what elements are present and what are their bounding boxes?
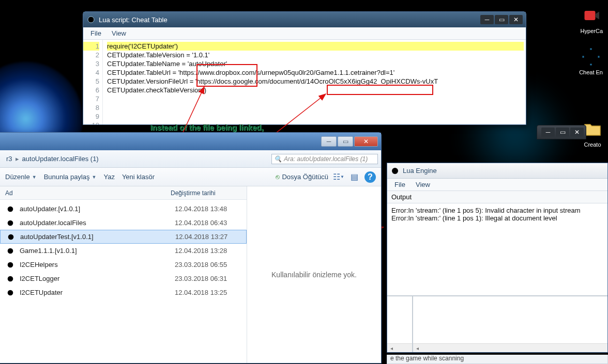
scroll-left-icon[interactable]: ◂ xyxy=(413,344,422,353)
minimize-button[interactable]: ─ xyxy=(321,136,337,147)
menu-view[interactable]: View xyxy=(411,180,435,189)
explorer-window: ─ ▭ ✕ r3 ▸ autoUpdater.localFiles (1) 🔍 … xyxy=(0,132,382,363)
svg-rect-0 xyxy=(585,11,596,20)
code-line[interactable]: CETUpdater.TableUrl = 'https://www.dropb… xyxy=(107,68,524,77)
maximize-button[interactable]: ▭ xyxy=(338,136,353,147)
crumb[interactable]: autoUpdater.localFiles (1) xyxy=(19,153,102,164)
file-row[interactable]: Game1.1.1.[v1.0.1]12.04.2018 13:28 xyxy=(0,244,247,258)
output-body[interactable]: Error:In 'stream:' (line 1 pos 5): Inval… xyxy=(387,203,607,296)
desktop-icon-hypercam[interactable]: HyperCa xyxy=(581,5,603,34)
line-number: 3 xyxy=(83,59,99,68)
cheat-engine-icon xyxy=(581,46,601,67)
menu-file[interactable]: File xyxy=(389,180,411,189)
file-name: I2CETLogger xyxy=(20,275,175,282)
line-number: 4 xyxy=(83,68,99,77)
scrollbar-horizontal[interactable]: ◂ xyxy=(413,343,607,352)
file-row[interactable]: I2CEHelpers23.03.2018 06:55 xyxy=(0,258,247,272)
code-body[interactable]: require('I2CETUpdater')CETUpdater.TableV… xyxy=(103,40,526,124)
window-title: Lua Engine xyxy=(403,167,604,175)
titlebar[interactable]: ─ ▭ ✕ xyxy=(0,133,381,150)
cheat-engine-icon xyxy=(390,166,400,176)
file-name: autoUpdater.[v1.0.1] xyxy=(20,205,175,213)
file-row[interactable]: autoUpdater.[v1.0.1]12.04.2018 13:48 xyxy=(0,202,247,216)
close-button[interactable]: ✕ xyxy=(570,128,584,137)
file-name: I2CETUpdater xyxy=(20,289,175,296)
line-number: 8 xyxy=(83,103,99,112)
preview-pane-icon[interactable]: ▤ xyxy=(349,172,359,182)
file-name: autoUpdater.localFiles xyxy=(20,219,175,227)
code-line[interactable]: CETUpdater.TableName = 'autoUpdater' xyxy=(107,59,524,68)
minimize-button[interactable]: ─ xyxy=(541,128,555,137)
svg-point-11 xyxy=(8,248,13,254)
engine-input-area[interactable]: ◂ xyxy=(413,296,607,352)
file-row[interactable]: autoUpdater.localFiles12.04.2018 06:43 xyxy=(0,216,247,230)
code-editor[interactable]: 12345678910 require('I2CETUpdater')CETUp… xyxy=(83,40,526,124)
scrollbar-horizontal[interactable]: ◂ xyxy=(387,343,412,352)
file-date: 12.04.2018 06:43 xyxy=(175,219,241,227)
column-headers[interactable]: Ad Değiştirme tarihi xyxy=(0,186,247,200)
error-line: Error:In 'stream:' (line 1 pos 1): Illeg… xyxy=(391,214,603,222)
line-number: 9 xyxy=(83,112,99,121)
desktop-icon-label: Creato xyxy=(582,141,603,148)
close-button[interactable]: ✕ xyxy=(509,15,523,24)
menubar: File View xyxy=(387,179,607,191)
menu-file[interactable]: File xyxy=(85,28,107,38)
output-label: Output xyxy=(387,191,607,203)
col-date[interactable]: Değiştirme tarihi xyxy=(171,189,241,197)
svg-point-1 xyxy=(584,50,598,64)
help-icon[interactable]: ? xyxy=(364,171,376,183)
maximize-button[interactable]: ▭ xyxy=(495,15,508,24)
tool-shredder[interactable]: ⎋Dosya Öğütücü xyxy=(276,173,328,181)
chevron-right-icon: ▸ xyxy=(16,155,19,163)
menubar: File View xyxy=(83,27,526,40)
line-gutter: 12345678910 xyxy=(83,40,103,124)
file-name: I2CEHelpers xyxy=(20,261,175,268)
cheat-engine-icon xyxy=(86,15,96,24)
file-date: 12.04.2018 13:48 xyxy=(175,205,241,213)
tool-write[interactable]: Yaz xyxy=(103,173,114,181)
search-input[interactable]: 🔍 Ara: autoUpdater.localFiles (1) xyxy=(271,154,378,164)
explorer-toolbar: Düzenle▼ Bununla paylaş▼ Yaz Yeni klasör… xyxy=(0,168,381,186)
cheat-engine-icon xyxy=(5,246,16,256)
titlebar[interactable]: Lua Engine xyxy=(387,163,607,179)
file-row[interactable]: I2CETLogger23.03.2018 06:31 xyxy=(0,272,247,286)
file-date: 12.04.2018 13:27 xyxy=(175,233,241,241)
desktop-icon-label: Cheat En xyxy=(579,69,603,75)
file-name: Game1.1.1.[v1.0.1] xyxy=(20,247,175,255)
file-date: 23.03.2018 06:31 xyxy=(175,275,241,282)
line-number: 5 xyxy=(83,77,99,86)
titlebar[interactable]: Lua script: Cheat Table ─ ▭ ✕ xyxy=(83,12,526,27)
svg-point-14 xyxy=(8,290,13,295)
file-row[interactable]: autoUpdaterTest.[v1.0.1]12.04.2018 13:27 xyxy=(0,230,247,244)
line-number: 6 xyxy=(83,86,99,94)
code-line[interactable]: CETUpdater.checkTableVersion() xyxy=(107,86,524,94)
maximize-button[interactable]: ▭ xyxy=(556,128,569,137)
breadcrumb[interactable]: r3 ▸ autoUpdater.localFiles (1) xyxy=(3,153,102,164)
minimize-button[interactable]: ─ xyxy=(480,15,494,24)
scroll-left-icon[interactable]: ◂ xyxy=(387,344,396,353)
desktop-icon-cheatengine[interactable]: Cheat En xyxy=(579,46,603,75)
hypercam-icon xyxy=(581,5,602,26)
close-button[interactable]: ✕ xyxy=(354,136,378,147)
file-name: autoUpdaterTest.[v1.0.1] xyxy=(20,233,175,241)
tool-share[interactable]: Bununla paylaş▼ xyxy=(44,173,97,181)
cheat-engine-icon xyxy=(5,274,16,284)
svg-point-10 xyxy=(8,234,14,240)
engine-input-gutter: ◂ xyxy=(387,296,413,352)
file-date: 23.03.2018 06:55 xyxy=(175,261,241,268)
file-date: 12.04.2018 13:25 xyxy=(175,289,241,296)
menu-view[interactable]: View xyxy=(107,28,131,38)
search-icon: 🔍 xyxy=(274,155,282,163)
code-line[interactable]: CETUpdater.TableVersion = '1.0.1' xyxy=(107,51,524,59)
address-bar-row: r3 ▸ autoUpdater.localFiles (1) 🔍 Ara: a… xyxy=(0,150,381,168)
tool-newfolder[interactable]: Yeni klasör xyxy=(122,173,155,181)
crumb[interactable]: r3 xyxy=(3,153,16,164)
col-name[interactable]: Ad xyxy=(5,189,171,197)
desktop-icon-label: HyperCa xyxy=(581,28,603,34)
tool-organize[interactable]: Düzenle▼ xyxy=(5,173,37,181)
file-row[interactable]: I2CETUpdater12.04.2018 13:25 xyxy=(0,286,247,299)
cheat-engine-icon xyxy=(5,204,16,214)
code-line[interactable]: require('I2CETUpdater') xyxy=(107,42,524,51)
view-options-icon[interactable]: ☷▼ xyxy=(333,172,344,182)
code-line[interactable]: CETUpdater.VersionFileUrl = 'https://doc… xyxy=(107,77,524,86)
